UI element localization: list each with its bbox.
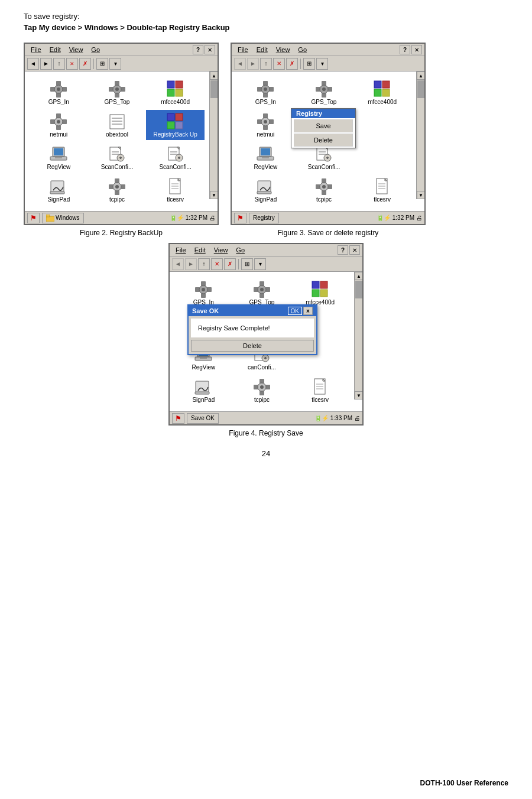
figure4-scrollbar[interactable]: ▲ ▼ <box>354 272 362 400</box>
icon-label-regview-f4: RegView <box>192 364 215 371</box>
tb-drop-f4[interactable]: ▾ <box>254 258 266 270</box>
svg-rect-127 <box>312 290 319 297</box>
icon-gps-in-f2[interactable]: GPS_In <box>30 77 88 108</box>
start-btn-f4[interactable]: ⚑ <box>172 413 184 424</box>
icon-tcpipc-f2[interactable]: tcpipc <box>88 175 147 205</box>
taskbar-right-f2: 🔋⚡ 1:32 PM 🖨 <box>170 215 215 221</box>
icon-mfcce-f2[interactable]: mfcce400d <box>146 77 205 108</box>
icon-gps-top-f2[interactable]: GPS_Top <box>88 77 147 108</box>
doc-icon-f4 <box>311 378 330 397</box>
menu-view-f3[interactable]: View <box>273 46 294 54</box>
figure4-toolbar: ◄ ► ↑ ✕ ✗ ⊞ ▾ <box>170 256 362 272</box>
taskbar-app-f3[interactable]: Registry <box>249 213 279 223</box>
help-btn-f4[interactable]: ? <box>338 245 348 255</box>
tb-forward-f3[interactable]: ► <box>247 58 259 70</box>
tb-back-f4[interactable]: ◄ <box>172 258 184 270</box>
taskbar-app-f4[interactable]: Save OK <box>187 413 219 424</box>
svg-rect-142 <box>200 358 207 359</box>
icon-regview-f3[interactable]: RegView <box>236 142 295 173</box>
delete-btn-behind-f4[interactable]: Delete <box>191 340 314 352</box>
icon-scanconfi2-f2[interactable]: ScanConfi... <box>146 142 205 173</box>
menu-edit-f3[interactable]: Edit <box>253 46 271 54</box>
dialog-close-button-f4[interactable]: × <box>303 307 313 315</box>
tb-cancel-f3[interactable]: ✕ <box>273 58 285 70</box>
menu-view-f4[interactable]: View <box>210 246 232 254</box>
icon-signpad-f2[interactable]: SignPad <box>30 175 88 205</box>
tb-drop-f2[interactable]: ▾ <box>109 58 121 70</box>
icon-signpad-f4[interactable]: SignPad <box>174 375 233 405</box>
icon-mfcce-f4[interactable]: mfcce400d <box>291 278 349 308</box>
tb-checkx-f3[interactable]: ✗ <box>286 58 298 70</box>
tb-cancel-f4[interactable]: ✕ <box>211 258 223 270</box>
close-btn-f4[interactable]: ✕ <box>349 245 360 255</box>
gear3-icon-f2 <box>108 177 126 196</box>
scroll-up-f4[interactable]: ▲ <box>355 272 362 280</box>
figure2-icon-grid: GPS_In GPS_Top <box>27 75 207 207</box>
menu-file-f4[interactable]: File <box>172 246 190 254</box>
scroll-down-f4[interactable]: ▼ <box>355 391 362 400</box>
tb-drop-f3[interactable]: ▾ <box>316 58 328 70</box>
menu-file-f3[interactable]: File <box>234 46 252 54</box>
tb-views-f4[interactable]: ⊞ <box>241 258 253 270</box>
menu-edit-f4[interactable]: Edit <box>191 246 209 254</box>
figure3-scrollbar[interactable]: ▲ ▼ <box>416 72 424 199</box>
icon-signpad-f3[interactable]: SignPad <box>236 175 295 205</box>
scroll-down-f2[interactable]: ▼ <box>210 191 218 199</box>
svg-point-11 <box>115 87 119 91</box>
icon-gps-top-f4[interactable]: GPS_Top <box>233 278 291 308</box>
tb-forward-f2[interactable]: ► <box>40 58 52 70</box>
tb-back-f3[interactable]: ◄ <box>234 58 246 70</box>
start-btn-f3[interactable]: ⚑ <box>234 213 246 223</box>
icon-tcpipc-f4[interactable]: tcpipc <box>233 375 291 405</box>
icon-tlcesrv-f3[interactable]: tlcesrv <box>353 175 411 205</box>
tb-checkx-f4[interactable]: ✗ <box>224 258 236 270</box>
tb-back-f2[interactable]: ◄ <box>27 58 39 70</box>
icon-scanconfi1-f2[interactable]: ScanConfi... <box>88 142 147 173</box>
scroll-up-f2[interactable]: ▲ <box>210 72 218 80</box>
signpad-icon-f3 <box>256 177 275 196</box>
icon-registrybackup-f2[interactable]: RegistryBack Up <box>146 110 205 140</box>
icon-regview-f2[interactable]: RegView <box>30 142 88 173</box>
list-icon-f2 <box>108 112 126 131</box>
tb-checkx-f2[interactable]: ✗ <box>79 58 91 70</box>
tb-up-f2[interactable]: ↑ <box>53 58 65 70</box>
menu-go-f3[interactable]: Go <box>294 46 310 54</box>
tb-up-f3[interactable]: ↑ <box>260 58 272 70</box>
tb-views-f2[interactable]: ⊞ <box>96 58 108 70</box>
icon-mfcce-f3[interactable]: mfcce400d <box>353 77 411 108</box>
icon-tlcesrv-f2[interactable]: tlcesrv <box>146 175 205 205</box>
icon-tlcesrv-f4[interactable]: tlcesrv <box>291 375 349 405</box>
tb-views-f3[interactable]: ⊞ <box>303 58 315 70</box>
icon-gps-in-f4[interactable]: GPS_In <box>174 278 233 308</box>
tb-forward-f4[interactable]: ► <box>185 258 197 270</box>
help-btn-f2[interactable]: ? <box>193 45 203 54</box>
taskbar-app-f2[interactable]: Windows <box>42 213 84 223</box>
scroll-up-f3[interactable]: ▲ <box>417 72 424 80</box>
taskbar-icons-f4: 🔋⚡ <box>314 415 329 421</box>
help-btn-f3[interactable]: ? <box>400 45 410 54</box>
close-btn-f2[interactable]: ✕ <box>205 45 215 54</box>
figure2-scrollbar[interactable]: ▲ ▼ <box>209 72 218 199</box>
menu-edit-f2[interactable]: Edit <box>46 46 64 54</box>
tb-up-f4[interactable]: ↑ <box>198 258 210 270</box>
tb-sep1-f2 <box>93 59 94 69</box>
icon-obextool-f2[interactable]: obextool <box>88 110 147 140</box>
tb-cancel-f2[interactable] <box>66 58 78 70</box>
icon-gps-in-f3[interactable]: GPS_In <box>236 77 295 108</box>
menu-file-f2[interactable]: File <box>27 46 45 54</box>
icon-netmui-f2[interactable]: netmui <box>30 110 88 140</box>
scroll-down-f3[interactable]: ▼ <box>417 191 424 199</box>
icon-netmui-f3[interactable]: netmui <box>236 110 295 140</box>
context-save-btn-f3[interactable]: Save <box>294 119 353 132</box>
icon-tcpipc-f3[interactable]: tcpipc <box>295 175 353 205</box>
icon-label-gps-top-f3: GPS_Top <box>312 99 337 105</box>
icon-gps-top-f3[interactable]: GPS_Top <box>295 77 353 108</box>
close-btn-f3[interactable]: ✕ <box>411 45 422 54</box>
figure4-window: File Edit View Go ? ✕ ◄ ► ↑ ✕ ✗ ⊞ ▾ <box>168 243 364 426</box>
menu-view-f2[interactable]: View <box>66 46 87 54</box>
menu-go-f4[interactable]: Go <box>232 246 248 254</box>
start-btn-f2[interactable]: ⚑ <box>27 213 40 223</box>
context-delete-btn-f3[interactable]: Delete <box>294 134 353 147</box>
menu-go-f2[interactable]: Go <box>87 46 103 54</box>
dialog-ok-button-f4[interactable]: OK <box>288 307 302 315</box>
